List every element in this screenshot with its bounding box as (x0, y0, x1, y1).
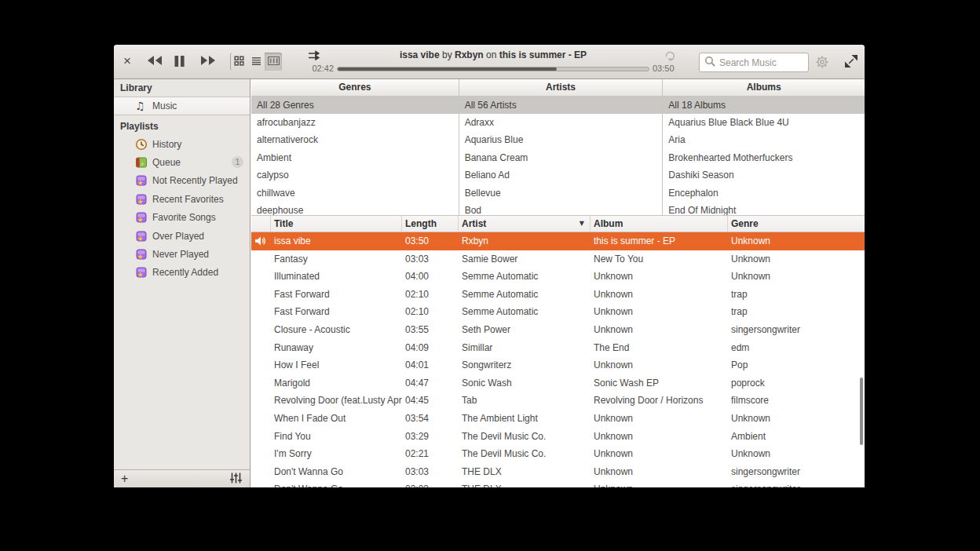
shuffle-button[interactable] (307, 49, 320, 64)
cell-genre: Unknown (728, 268, 865, 286)
row-icon-cell (251, 268, 271, 286)
song-row[interactable]: Don't Wanna Go03:03THE DLXUnknownsingers… (251, 463, 865, 481)
smart-playlist-icon: ★ (135, 174, 148, 187)
sidebar-item-label: Over Played (152, 231, 204, 242)
song-row[interactable]: I'm Sorry02:21The Devil Music Co.Unknown… (251, 445, 865, 463)
sidebar-item-music[interactable]: ♫Music (114, 97, 250, 115)
grid-view-button[interactable] (230, 53, 247, 71)
search-field[interactable] (699, 53, 809, 72)
browser-column-genres: GenresAll 28 Genresafrocubanjazzalternat… (251, 79, 459, 215)
sidebar: Library ♫Music Playlists History♪Queue1★… (114, 79, 250, 487)
next-button[interactable] (199, 55, 217, 68)
fullscreen-button[interactable] (845, 55, 858, 70)
cell-album: Unknown (591, 428, 728, 446)
song-row[interactable]: Fast Forward02:10Semme AutomaticUnknownt… (251, 286, 865, 304)
column-view-button[interactable] (265, 53, 282, 71)
sidebar-item-label: Recent Favorites (152, 194, 224, 205)
cell-genre: edm (728, 339, 865, 357)
seek-bar[interactable] (337, 67, 649, 71)
header-genre[interactable]: Genre (728, 216, 865, 232)
browser-item-aria[interactable]: Aria (663, 131, 865, 148)
add-playlist-button[interactable]: + (121, 471, 128, 487)
browser-all-row-albums[interactable]: All 18 Albums (663, 97, 865, 114)
browser-item-ambient[interactable]: Ambient (251, 149, 459, 166)
sidebar-item-recently-added[interactable]: ★Recently Added (114, 264, 250, 282)
cell-artist: The Ambient Light (459, 410, 591, 428)
browser-item-aquarius-blue[interactable]: Aquarius Blue (459, 131, 663, 148)
row-icon-cell (251, 339, 271, 357)
cell-album: Unknown (591, 480, 728, 487)
browser-item-bellevue[interactable]: Bellevue (459, 184, 663, 202)
pause-button[interactable] (174, 55, 185, 70)
browser-item-aquarius-blue-black-blue-4u[interactable]: Aquarius Blue Black Blue 4U (663, 114, 865, 131)
cell-album: Sonic Wash EP (591, 374, 728, 392)
song-row[interactable]: Runaway04:09SimillarThe Endedm (251, 339, 865, 357)
music-app-window: × 02:42 issa vib (114, 45, 865, 487)
browser-item-end-of-midnight[interactable]: End Of Midnight (663, 202, 865, 215)
sidebar-item-never-played[interactable]: ★Never Played (114, 245, 250, 263)
browser-column-header-artists: Artists (459, 79, 663, 97)
music-note-icon: ♫ (135, 100, 148, 112)
browser-item-chillwave[interactable]: chillwave (251, 184, 459, 202)
browser-item-encephalon[interactable]: Encephalon (663, 184, 865, 202)
browser-all-row-genres[interactable]: All 28 Genres (251, 97, 459, 114)
previous-button[interactable] (146, 55, 163, 68)
sidebar-item-queue[interactable]: ♪Queue1 (114, 153, 250, 171)
song-row[interactable]: How I Feel04:01SongwriterzUnknownPop (251, 356, 865, 374)
browser-item-beliano-ad[interactable]: Beliano Ad (459, 166, 663, 184)
cell-genre: poprock (728, 374, 865, 392)
browser-item-adraxx[interactable]: Adraxx (459, 114, 663, 131)
song-row[interactable]: When I Fade Out03:54The Ambient LightUnk… (251, 410, 865, 428)
header-title[interactable]: Title (271, 216, 402, 232)
browser-item-deephouse[interactable]: deephouse (251, 202, 459, 215)
sidebar-item-favorite-songs[interactable]: ★Favorite Songs (114, 209, 250, 227)
song-row[interactable]: Fast Forward02:10Semme AutomaticUnknownt… (251, 303, 865, 321)
sidebar-item-recent-favorites[interactable]: ★Recent Favorites (114, 190, 250, 208)
browser-item-bod[interactable]: Bod (459, 202, 663, 215)
cell-length: 04:09 (402, 339, 459, 357)
song-row-playing[interactable]: issa vibe03:50Rxbynthis is summer - EPUn… (251, 232, 865, 250)
cell-album: Unknown (591, 268, 728, 286)
header-album[interactable]: Album (591, 216, 728, 232)
song-row[interactable]: Find You03:29The Devil Music Co.UnknownA… (251, 428, 865, 446)
cell-title: Revolving Door (feat.Lusty Apricot (271, 392, 402, 410)
cell-title: Closure - Acoustic (271, 321, 402, 339)
header-length[interactable]: Length (402, 216, 459, 232)
song-row[interactable]: Closure - Acoustic03:55Seth PowerUnknown… (251, 321, 865, 339)
browser-all-row-artists[interactable]: All 56 Artists (459, 97, 663, 114)
song-row[interactable]: Fantasy03:03Samie BowerNew To YouUnknown (251, 250, 865, 268)
cell-genre: Unknown (728, 250, 865, 268)
cell-album: Unknown (591, 463, 728, 481)
repeat-button[interactable] (664, 49, 677, 64)
equalizer-button[interactable] (229, 473, 243, 486)
total-time: 03:50 (653, 64, 678, 73)
now-playing-album: this is summer - EP (499, 49, 587, 60)
header-artist[interactable]: Artist▼ (459, 216, 591, 232)
browser-item-banana-cream[interactable]: Banana Cream (459, 149, 663, 166)
song-row[interactable]: Revolving Door (feat.Lusty Apricot04:45T… (251, 392, 865, 410)
list-view-button[interactable] (247, 53, 265, 71)
search-input[interactable] (719, 57, 804, 68)
toolbar: × 02:42 issa vib (114, 45, 865, 79)
browser-item-afrocubanjazz[interactable]: afrocubanjazz (251, 114, 459, 131)
browser-item-calypso[interactable]: calypso (251, 166, 459, 184)
settings-button[interactable] (814, 53, 831, 73)
cell-length: 03:03 (402, 463, 459, 481)
browser-item-dashiki-season[interactable]: Dashiki Season (663, 166, 865, 184)
cell-artist: Simillar (459, 339, 591, 357)
song-row[interactable]: Marigold04:47Sonic WashSonic Wash EPpopr… (251, 374, 865, 392)
browser-column-header-genres: Genres (251, 79, 459, 97)
close-button[interactable]: × (120, 53, 134, 70)
sidebar-item-not-recently-played[interactable]: ★Not Recently Played (114, 172, 250, 190)
browser-item-brokenhearted-motherfuckers[interactable]: Brokenhearted Motherfuckers (663, 149, 865, 166)
svg-text:★: ★ (137, 235, 144, 243)
table-scrollbar[interactable] (860, 378, 863, 445)
cell-album: Revolving Door / Horizons (591, 392, 728, 410)
browser-item-alternativerock[interactable]: alternativerock (251, 131, 459, 148)
sidebar-item-over-played[interactable]: ★Over Played (114, 227, 250, 245)
sidebar-item-history[interactable]: History (114, 135, 250, 153)
song-row[interactable]: Don't Wanna Go03:03THE DLXUnknownsingers… (251, 480, 865, 487)
song-row[interactable]: Illuminated04:00Semme AutomaticUnknownUn… (251, 268, 865, 286)
column-browser: GenresAll 28 Genresafrocubanjazzalternat… (251, 79, 865, 215)
svg-text:★: ★ (137, 217, 144, 224)
